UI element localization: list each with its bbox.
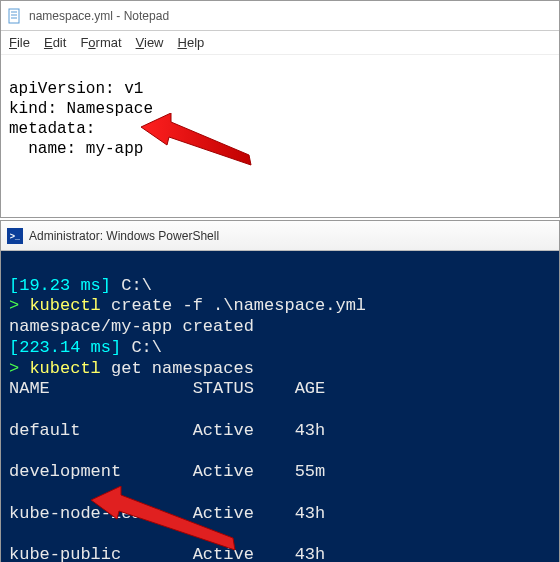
notepad-editor[interactable]: apiVersion: v1 kind: Namespace metadata:…	[1, 55, 559, 217]
menu-format[interactable]: Format	[80, 35, 121, 50]
notepad-title: namespace.yml - Notepad	[29, 9, 169, 23]
powershell-titlebar[interactable]: >_ Administrator: Windows PowerShell	[1, 221, 559, 251]
menu-help[interactable]: Help	[178, 35, 205, 50]
menu-file[interactable]: File	[9, 35, 30, 50]
notepad-icon	[7, 8, 23, 24]
powershell-terminal[interactable]: [19.23 ms] C:\ > kubectl create -f .\nam…	[1, 251, 559, 562]
timing-badge: [223.14 ms]	[9, 338, 121, 357]
svg-marker-4	[141, 113, 251, 165]
table-row: developmentActive55m	[9, 462, 551, 483]
notepad-window: namespace.yml - Notepad File Edit Format…	[0, 0, 560, 218]
table-row: kube-publicActive43h	[9, 545, 551, 562]
notepad-menubar: File Edit Format View Help	[1, 31, 559, 55]
table-header: NAMESTATUSAGE	[9, 379, 551, 400]
cmd-kubectl: kubectl	[19, 296, 101, 315]
col-age: AGE	[295, 379, 356, 400]
menu-view[interactable]: View	[136, 35, 164, 50]
notepad-titlebar[interactable]: namespace.yml - Notepad	[1, 1, 559, 31]
output-line: namespace/my-app created	[9, 317, 254, 336]
powershell-icon: >_	[7, 228, 23, 244]
yaml-line: name: my-app	[9, 140, 143, 158]
prompt-symbol: >	[9, 296, 19, 315]
powershell-title: Administrator: Windows PowerShell	[29, 229, 219, 243]
cmd-args: create -f .\namespace.yml	[101, 296, 366, 315]
yaml-line: apiVersion: v1	[9, 80, 143, 98]
cmd-args: get namespaces	[101, 359, 254, 378]
col-status: STATUS	[193, 379, 295, 400]
cmd-kubectl: kubectl	[19, 359, 101, 378]
col-name: NAME	[9, 379, 193, 400]
table-row: kube-node-leaseActive43h	[9, 504, 551, 525]
yaml-line: kind: Namespace	[9, 100, 153, 118]
menu-edit[interactable]: Edit	[44, 35, 66, 50]
prompt-symbol: >	[9, 359, 19, 378]
prompt-path: C:\	[121, 338, 162, 357]
table-row: defaultActive43h	[9, 421, 551, 442]
annotation-arrow-icon	[141, 113, 256, 168]
timing-badge: [19.23 ms]	[9, 276, 111, 295]
prompt-path: C:\	[111, 276, 152, 295]
svg-rect-0	[9, 9, 19, 23]
powershell-window: >_ Administrator: Windows PowerShell [19…	[0, 220, 560, 562]
yaml-line: metadata:	[9, 120, 95, 138]
